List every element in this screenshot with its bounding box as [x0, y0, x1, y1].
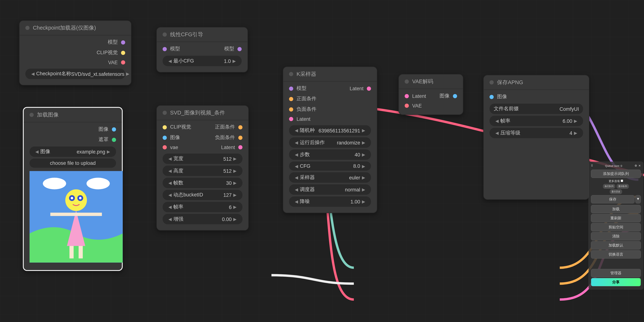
save-button[interactable]: 保存: [591, 195, 634, 203]
port-latent-in[interactable]: [405, 94, 409, 98]
port-vae-in[interactable]: [405, 104, 409, 108]
manager-button[interactable]: 管理器: [591, 269, 641, 277]
port-clip-out[interactable]: [121, 51, 125, 55]
steps-widget[interactable]: ◀步数40▶: [289, 149, 371, 160]
port-vae-in[interactable]: [163, 145, 167, 149]
chevron-right-icon[interactable]: ▶: [360, 140, 367, 145]
port-mask-out[interactable]: [112, 138, 116, 142]
chevron-left-icon[interactable]: ◀: [167, 59, 174, 63]
chevron-left-icon[interactable]: ◀: [494, 131, 500, 135]
load-button[interactable]: 加载: [591, 205, 641, 213]
port-cond-pos-out[interactable]: [238, 125, 242, 129]
port-latent-in[interactable]: [289, 117, 293, 121]
chevron-left-icon[interactable]: ◀: [167, 156, 174, 161]
collapse-icon[interactable]: [490, 80, 494, 85]
compress-widget[interactable]: ◀压缩等级4▶: [490, 128, 583, 138]
node-title[interactable]: Checkpoint加载器(仅图像): [20, 21, 131, 36]
chevron-right-icon[interactable]: ▶: [105, 149, 112, 154]
port-latent-out[interactable]: [367, 86, 371, 91]
chevron-left-icon[interactable]: ◀: [34, 149, 40, 154]
show-history-button[interactable]: 显示历史: [610, 189, 622, 194]
chevron-right-icon[interactable]: ▶: [124, 72, 131, 76]
height-widget[interactable]: ◀高度512▶: [163, 166, 242, 176]
port-model-in[interactable]: [289, 86, 293, 91]
collapse-icon[interactable]: [25, 26, 30, 30]
chevron-left-icon[interactable]: ◀: [167, 181, 174, 185]
port-model-in[interactable]: [163, 47, 167, 51]
node-title[interactable]: 线性CFG引导: [157, 28, 248, 42]
extra-options-checkbox[interactable]: [621, 180, 623, 182]
collapse-icon[interactable]: [163, 33, 167, 37]
node-title[interactable]: 加载图像: [24, 108, 122, 122]
bucket-widget[interactable]: ◀动态bucketID127▶: [163, 190, 242, 200]
collapse-icon[interactable]: [30, 113, 34, 117]
collapse-icon[interactable]: [405, 80, 409, 84]
node-title[interactable]: 保存APNG: [484, 75, 589, 90]
chevron-left-icon[interactable]: ◀: [494, 119, 500, 123]
drag-handle-icon[interactable]: ⠿: [591, 164, 592, 167]
sampler-widget[interactable]: ◀采样器euler▶: [289, 172, 371, 183]
fps-widget[interactable]: ◀帧率6▶: [163, 202, 242, 212]
upload-button[interactable]: choose file to upload: [30, 159, 116, 168]
chevron-left-icon[interactable]: ◀: [30, 72, 36, 76]
control-widget[interactable]: ◀运行后操作randomize▶: [289, 137, 371, 148]
chevron-right-icon[interactable]: ▶: [360, 164, 367, 168]
chevron-left-icon[interactable]: ◀: [293, 199, 300, 204]
chevron-left-icon[interactable]: ◀: [293, 164, 300, 168]
scheduler-widget[interactable]: ◀调度器normal▶: [289, 184, 371, 195]
node-load-image[interactable]: 加载图像 图像 遮罩 ◀ 图像 example.png ▶ choose fil…: [23, 107, 123, 271]
port-image-out[interactable]: [453, 94, 457, 98]
chevron-right-icon[interactable]: ▶: [232, 181, 238, 185]
port-model-out[interactable]: [238, 47, 242, 51]
node-svd-cond[interactable]: SVD_图像到视频_条件 CLIP视觉 正面条件 图像 负面条件 vae Lat…: [156, 105, 249, 230]
node-canvas[interactable]: Checkpoint加载器(仅图像) 模型 CLIP视觉 VAE ◀ Check…: [0, 0, 644, 322]
gear-icon[interactable]: ⚙: [634, 164, 637, 167]
extra-options-toggle[interactable]: 更多选项: [591, 179, 641, 184]
chevron-right-icon[interactable]: ▶: [232, 193, 238, 197]
chevron-left-icon[interactable]: ◀: [293, 175, 300, 180]
clear-button[interactable]: 清除: [591, 232, 641, 240]
chevron-left-icon[interactable]: ◀: [293, 187, 300, 192]
ckpt-name-widget[interactable]: ◀ Checkpoint名称 SVD/svd_xt.safetensors ▶: [25, 69, 125, 79]
chevron-right-icon[interactable]: ▶: [232, 156, 238, 161]
collapse-icon[interactable]: [163, 111, 167, 115]
seed-widget[interactable]: ◀随机种639856113561291▶: [289, 125, 371, 136]
chevron-left-icon[interactable]: ◀: [167, 168, 174, 173]
clipspace-button[interactable]: 剪贴空间: [591, 223, 641, 231]
port-model-out[interactable]: [121, 40, 125, 44]
port-image-in[interactable]: [163, 135, 167, 140]
prefix-widget[interactable]: 文件名前缀ComfyUI: [490, 104, 583, 114]
port-image-in[interactable]: [490, 95, 494, 99]
node-checkpoint-loader[interactable]: Checkpoint加载器(仅图像) 模型 CLIP视觉 VAE ◀ Check…: [19, 20, 132, 85]
chevron-left-icon[interactable]: ◀: [293, 128, 300, 133]
chevron-right-icon[interactable]: ▶: [572, 119, 579, 123]
chevron-right-icon[interactable]: ▶: [232, 205, 238, 209]
share-button[interactable]: 分享: [591, 278, 641, 286]
control-panel[interactable]: ⠿ Queue size: 0 ⚙ ✕ 添加提示词队列 更多选项 执行队列 显示…: [588, 162, 643, 289]
chevron-left-icon[interactable]: ◀: [167, 205, 174, 209]
node-title[interactable]: SVD_图像到视频_条件: [157, 106, 248, 120]
node-title[interactable]: K采样器: [283, 67, 377, 82]
chevron-left-icon[interactable]: ◀: [293, 152, 300, 157]
chevron-right-icon[interactable]: ▶: [360, 199, 367, 204]
port-clip-in[interactable]: [163, 125, 167, 129]
port-vae-out[interactable]: [121, 60, 125, 65]
port-latent-out[interactable]: [238, 145, 242, 149]
close-icon[interactable]: ✕: [638, 164, 641, 167]
port-image-out[interactable]: [112, 127, 116, 131]
show-queue-button[interactable]: 显示队列: [617, 184, 629, 189]
node-ksampler[interactable]: K采样器 模型 Latent 正面条件 负面条件 Latent ◀随机种6398…: [283, 67, 377, 213]
refresh-button[interactable]: 重刷新: [591, 214, 641, 222]
load-default-button[interactable]: 加载默认: [591, 241, 641, 249]
port-cond-neg-in[interactable]: [289, 107, 293, 111]
frames-widget[interactable]: ◀帧数30▶: [163, 178, 242, 188]
save-dropdown-button[interactable]: ▼: [635, 195, 641, 203]
chevron-right-icon[interactable]: ▶: [232, 168, 238, 173]
node-title[interactable]: VAE解码: [399, 75, 463, 89]
switch-language-button[interactable]: 切换语言: [591, 250, 641, 258]
width-widget[interactable]: ◀宽度512▶: [163, 154, 242, 164]
node-linear-cfg[interactable]: 线性CFG引导 模型 模型 ◀ 最小CFG 1.0 ▶: [156, 27, 248, 72]
save-fps-widget[interactable]: ◀帧率6.00▶: [490, 116, 583, 126]
aug-widget[interactable]: ◀增强0.00▶: [163, 214, 242, 224]
chevron-right-icon[interactable]: ▶: [360, 152, 367, 157]
